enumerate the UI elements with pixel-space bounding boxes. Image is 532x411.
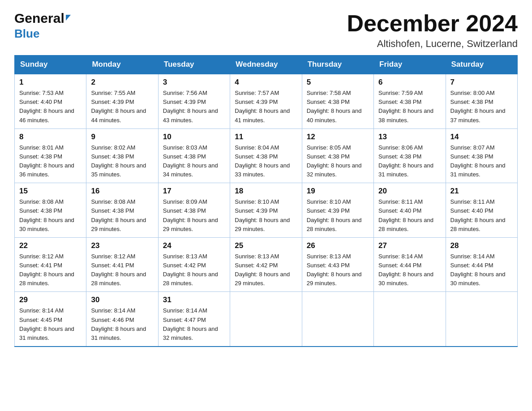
day-info: Sunrise: 8:13 AMSunset: 4:43 PMDaylight:…: [307, 252, 369, 288]
day-info: Sunrise: 8:02 AMSunset: 4:38 PMDaylight:…: [91, 143, 153, 180]
weekday-header-tuesday: Tuesday: [158, 56, 230, 74]
calendar-cell: 30Sunrise: 8:14 AMSunset: 4:46 PMDayligh…: [86, 292, 158, 347]
day-number: 29: [19, 295, 82, 304]
calendar-cell: 25Sunrise: 8:13 AMSunset: 4:42 PMDayligh…: [230, 237, 302, 292]
day-info: Sunrise: 8:14 AMSunset: 4:47 PMDaylight:…: [163, 306, 225, 342]
calendar-cell: 19Sunrise: 8:10 AMSunset: 4:39 PMDayligh…: [302, 183, 373, 238]
calendar-week-row: 29Sunrise: 8:14 AMSunset: 4:45 PMDayligh…: [15, 292, 518, 347]
weekday-header-friday: Friday: [374, 56, 446, 74]
day-info: Sunrise: 7:58 AMSunset: 4:38 PMDaylight:…: [307, 89, 369, 125]
calendar-cell: 1Sunrise: 7:53 AMSunset: 4:40 PMDaylight…: [15, 74, 86, 128]
calendar-cell: 29Sunrise: 8:14 AMSunset: 4:45 PMDayligh…: [15, 292, 86, 347]
calendar-cell: 13Sunrise: 8:06 AMSunset: 4:38 PMDayligh…: [374, 128, 446, 183]
calendar-cell: 26Sunrise: 8:13 AMSunset: 4:43 PMDayligh…: [302, 237, 373, 292]
calendar-cell: 14Sunrise: 8:07 AMSunset: 4:38 PMDayligh…: [446, 128, 517, 183]
calendar-cell: 9Sunrise: 8:02 AMSunset: 4:38 PMDaylight…: [86, 128, 158, 183]
day-number: 20: [378, 187, 441, 196]
day-number: 28: [450, 241, 513, 250]
day-info: Sunrise: 8:09 AMSunset: 4:38 PMDaylight:…: [163, 197, 225, 234]
calendar-cell: 5Sunrise: 7:58 AMSunset: 4:38 PMDaylight…: [302, 74, 373, 128]
day-number: 23: [91, 241, 153, 250]
calendar-cell: 31Sunrise: 8:14 AMSunset: 4:47 PMDayligh…: [158, 292, 230, 347]
calendar-cell: [374, 292, 446, 347]
day-info: Sunrise: 7:53 AMSunset: 4:40 PMDaylight:…: [19, 89, 82, 125]
day-number: 31: [163, 295, 225, 304]
day-info: Sunrise: 8:11 AMSunset: 4:40 PMDaylight:…: [378, 197, 441, 234]
day-info: Sunrise: 8:05 AMSunset: 4:38 PMDaylight:…: [307, 143, 369, 180]
calendar-table: SundayMondayTuesdayWednesdayThursdayFrid…: [14, 55, 518, 347]
day-number: 10: [163, 133, 225, 141]
month-title: December 2024: [347, 11, 518, 36]
day-info: Sunrise: 7:59 AMSunset: 4:38 PMDaylight:…: [378, 89, 441, 125]
day-number: 21: [450, 187, 513, 196]
day-number: 1: [19, 78, 82, 87]
day-info: Sunrise: 8:10 AMSunset: 4:39 PMDaylight:…: [307, 197, 369, 234]
calendar-cell: [302, 292, 373, 347]
calendar-cell: 11Sunrise: 8:04 AMSunset: 4:38 PMDayligh…: [230, 128, 302, 183]
calendar-week-row: 22Sunrise: 8:12 AMSunset: 4:41 PMDayligh…: [15, 237, 518, 292]
day-number: 9: [91, 133, 153, 141]
day-info: Sunrise: 7:57 AMSunset: 4:39 PMDaylight:…: [235, 89, 297, 125]
day-number: 15: [19, 187, 82, 196]
logo-arrow-icon: [66, 15, 71, 21]
calendar-cell: 27Sunrise: 8:14 AMSunset: 4:44 PMDayligh…: [374, 237, 446, 292]
calendar-week-row: 1Sunrise: 7:53 AMSunset: 4:40 PMDaylight…: [15, 74, 518, 128]
day-number: 14: [450, 133, 513, 141]
day-number: 18: [235, 187, 297, 196]
day-info: Sunrise: 8:12 AMSunset: 4:41 PMDaylight:…: [19, 252, 82, 288]
day-number: 24: [163, 241, 225, 250]
calendar-week-row: 15Sunrise: 8:08 AMSunset: 4:38 PMDayligh…: [15, 183, 518, 238]
calendar-cell: 16Sunrise: 8:08 AMSunset: 4:38 PMDayligh…: [86, 183, 158, 238]
day-info: Sunrise: 7:56 AMSunset: 4:39 PMDaylight:…: [163, 89, 225, 125]
day-number: 30: [91, 295, 153, 304]
day-info: Sunrise: 7:55 AMSunset: 4:39 PMDaylight:…: [91, 89, 153, 125]
calendar-cell: 7Sunrise: 8:00 AMSunset: 4:38 PMDaylight…: [446, 74, 517, 128]
day-info: Sunrise: 8:13 AMSunset: 4:42 PMDaylight:…: [235, 252, 297, 288]
day-info: Sunrise: 8:14 AMSunset: 4:46 PMDaylight:…: [91, 306, 153, 342]
logo-blue-text: Blue: [14, 27, 39, 41]
weekday-header-monday: Monday: [86, 56, 158, 74]
day-number: 25: [235, 241, 297, 250]
day-number: 16: [91, 187, 153, 196]
day-number: 26: [307, 241, 369, 250]
weekday-header-saturday: Saturday: [446, 56, 517, 74]
calendar-cell: 15Sunrise: 8:08 AMSunset: 4:38 PMDayligh…: [15, 183, 86, 238]
calendar-cell: 18Sunrise: 8:10 AMSunset: 4:39 PMDayligh…: [230, 183, 302, 238]
day-info: Sunrise: 8:14 AMSunset: 4:44 PMDaylight:…: [378, 252, 441, 288]
day-number: 22: [19, 241, 82, 250]
calendar-cell: 23Sunrise: 8:12 AMSunset: 4:41 PMDayligh…: [86, 237, 158, 292]
day-number: 12: [307, 133, 369, 141]
calendar-cell: 22Sunrise: 8:12 AMSunset: 4:41 PMDayligh…: [15, 237, 86, 292]
calendar-week-row: 8Sunrise: 8:01 AMSunset: 4:38 PMDaylight…: [15, 128, 518, 183]
day-info: Sunrise: 8:11 AMSunset: 4:40 PMDaylight:…: [450, 197, 513, 234]
day-info: Sunrise: 8:07 AMSunset: 4:38 PMDaylight:…: [450, 143, 513, 180]
day-number: 13: [378, 133, 441, 141]
calendar-cell: 3Sunrise: 7:56 AMSunset: 4:39 PMDaylight…: [158, 74, 230, 128]
calendar-cell: 12Sunrise: 8:05 AMSunset: 4:38 PMDayligh…: [302, 128, 373, 183]
logo: General Blue: [14, 11, 71, 41]
day-number: 7: [450, 78, 513, 87]
day-number: 2: [91, 78, 153, 87]
day-info: Sunrise: 8:03 AMSunset: 4:38 PMDaylight:…: [163, 143, 225, 180]
title-block: December 2024 Altishofen, Lucerne, Switz…: [347, 11, 518, 50]
day-info: Sunrise: 8:13 AMSunset: 4:42 PMDaylight:…: [163, 252, 225, 288]
weekday-header-row: SundayMondayTuesdayWednesdayThursdayFrid…: [15, 56, 518, 74]
page-header: General Blue December 2024 Altishofen, L…: [14, 11, 518, 50]
calendar-cell: 21Sunrise: 8:11 AMSunset: 4:40 PMDayligh…: [446, 183, 517, 238]
location-subtitle: Altishofen, Lucerne, Switzerland: [347, 38, 518, 50]
day-info: Sunrise: 8:08 AMSunset: 4:38 PMDaylight:…: [91, 197, 153, 234]
day-info: Sunrise: 8:06 AMSunset: 4:38 PMDaylight:…: [378, 143, 441, 180]
calendar-cell: 8Sunrise: 8:01 AMSunset: 4:38 PMDaylight…: [15, 128, 86, 183]
calendar-cell: 6Sunrise: 7:59 AMSunset: 4:38 PMDaylight…: [374, 74, 446, 128]
calendar-cell: 10Sunrise: 8:03 AMSunset: 4:38 PMDayligh…: [158, 128, 230, 183]
day-info: Sunrise: 8:14 AMSunset: 4:45 PMDaylight:…: [19, 306, 82, 342]
calendar-cell: 24Sunrise: 8:13 AMSunset: 4:42 PMDayligh…: [158, 237, 230, 292]
weekday-header-sunday: Sunday: [15, 56, 86, 74]
calendar-cell: [446, 292, 517, 347]
day-number: 11: [235, 133, 297, 141]
day-number: 6: [378, 78, 441, 87]
day-number: 19: [307, 187, 369, 196]
day-number: 17: [163, 187, 225, 196]
calendar-cell: 20Sunrise: 8:11 AMSunset: 4:40 PMDayligh…: [374, 183, 446, 238]
calendar-cell: [230, 292, 302, 347]
